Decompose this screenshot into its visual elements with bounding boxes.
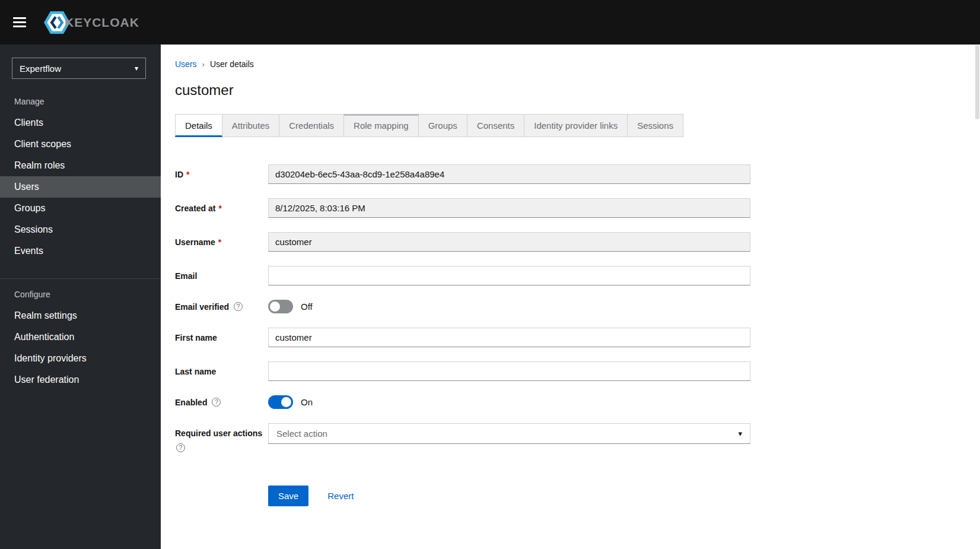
email-label: Email (175, 271, 268, 281)
required-asterisk: * (186, 170, 189, 179)
revert-button[interactable]: Revert (327, 491, 354, 501)
tab-bar: Details Attributes Credentials Role mapp… (175, 114, 966, 137)
id-control (268, 164, 750, 184)
form-row-username: Username * (175, 232, 966, 252)
email-verified-state: Off (301, 302, 313, 312)
form-row-email: Email (175, 266, 966, 285)
email-verified-label: Email verified ? (175, 302, 268, 312)
scrollbar[interactable] (975, 45, 979, 119)
nav-section-title-configure: Configure (0, 279, 161, 305)
enabled-label: Enabled ? (175, 398, 268, 407)
id-input[interactable] (268, 164, 750, 184)
form-row-last-name: Last name (175, 361, 966, 381)
first-name-label-text: First name (175, 333, 217, 342)
toggle-knob (281, 397, 291, 407)
user-details-form: ID * Created at * (175, 164, 966, 506)
first-name-input[interactable] (268, 328, 750, 347)
required-user-actions-control: Select action ▾ (268, 423, 750, 444)
help-icon[interactable]: ? (212, 398, 221, 407)
required-asterisk: * (218, 237, 221, 247)
tab-sessions[interactable]: Sessions (628, 114, 683, 137)
tab-groups[interactable]: Groups (419, 114, 467, 137)
sidebar-item-users[interactable]: Users (0, 176, 161, 198)
toggle-knob (270, 302, 280, 312)
username-control (268, 232, 750, 252)
caret-down-icon: ▾ (738, 429, 742, 438)
created-at-label: Created at * (175, 204, 268, 213)
tab-consents[interactable]: Consents (467, 114, 524, 137)
select-placeholder: Select action (276, 429, 327, 439)
sidebar: Expertflow ▾ Manage Clients Client scope… (0, 45, 161, 549)
tab-attributes[interactable]: Attributes (222, 114, 279, 137)
page-title: customer (175, 82, 966, 99)
hamburger-bar (13, 26, 26, 27)
sidebar-item-events[interactable]: Events (0, 240, 161, 262)
sidebar-item-groups[interactable]: Groups (0, 198, 161, 219)
enabled-toggle[interactable] (268, 395, 293, 409)
form-row-enabled: Enabled ? On (175, 395, 966, 409)
required-user-actions-label: Required user actions ? (175, 423, 268, 452)
nav-section-configure: Configure Realm settings Authentication … (0, 278, 161, 391)
hamburger-bar (13, 21, 26, 23)
help-icon[interactable]: ? (176, 443, 185, 452)
enabled-label-text: Enabled (175, 398, 207, 407)
sidebar-item-client-scopes[interactable]: Client scopes (0, 134, 161, 155)
email-verified-label-text: Email verified (175, 302, 229, 312)
sidebar-item-realm-settings[interactable]: Realm settings (0, 305, 161, 326)
help-icon[interactable]: ? (234, 302, 243, 311)
sidebar-item-sessions[interactable]: Sessions (0, 219, 161, 240)
last-name-label: Last name (175, 367, 268, 376)
email-verified-toggle[interactable] (268, 300, 293, 313)
form-actions: Save Revert (268, 485, 966, 506)
first-name-label: First name (175, 333, 268, 342)
email-control (268, 266, 750, 285)
realm-selector[interactable]: Expertflow ▾ (12, 58, 146, 79)
username-input[interactable] (268, 232, 750, 252)
created-at-label-text: Created at (175, 204, 215, 213)
save-button[interactable]: Save (268, 485, 308, 506)
main-content: Users › User details customer Details At… (161, 45, 980, 549)
sidebar-item-authentication[interactable]: Authentication (0, 326, 161, 348)
enabled-state: On (301, 397, 313, 407)
tab-role-mapping[interactable]: Role mapping (344, 114, 419, 137)
sidebar-item-realm-roles[interactable]: Realm roles (0, 155, 161, 176)
hamburger-menu-icon[interactable] (13, 17, 26, 27)
required-user-actions-select[interactable]: Select action ▾ (268, 423, 750, 444)
id-label: ID * (175, 170, 268, 179)
tab-identity-provider-links[interactable]: Identity provider links (524, 114, 628, 137)
breadcrumb-current: User details (210, 59, 254, 69)
id-label-text: ID (175, 170, 183, 179)
hamburger-bar (13, 17, 26, 19)
brand-text: KEYCLOAK (65, 15, 139, 30)
nav-section-title-manage: Manage (0, 86, 161, 112)
app: KEYCLOAK Expertflow ▾ Manage Clients Cli… (0, 0, 980, 549)
form-row-created-at: Created at * (175, 198, 966, 218)
email-input[interactable] (268, 266, 750, 285)
tab-credentials[interactable]: Credentials (279, 114, 344, 137)
created-at-control (268, 198, 750, 218)
required-asterisk: * (218, 204, 221, 213)
required-user-actions-label-text: Required user actions (175, 429, 262, 438)
chevron-down-icon: ▾ (135, 64, 138, 72)
first-name-control (268, 328, 750, 347)
form-row-id: ID * (175, 164, 966, 184)
sidebar-item-user-federation[interactable]: User federation (0, 369, 161, 391)
realm-name: Expertflow (20, 64, 61, 74)
breadcrumb: Users › User details (175, 59, 966, 69)
email-verified-control: Off (268, 300, 750, 313)
created-at-input[interactable] (268, 198, 750, 218)
username-label: Username * (175, 237, 268, 247)
nav-section-manage: Manage Clients Client scopes Realm roles… (0, 86, 161, 262)
last-name-control (268, 361, 750, 381)
layout: Expertflow ▾ Manage Clients Client scope… (0, 45, 980, 549)
username-label-text: Username (175, 237, 215, 247)
breadcrumb-separator-icon: › (202, 60, 205, 69)
sidebar-item-clients[interactable]: Clients (0, 112, 161, 134)
sidebar-item-identity-providers[interactable]: Identity providers (0, 348, 161, 369)
keycloak-brand[interactable]: KEYCLOAK (44, 11, 139, 34)
breadcrumb-link-users[interactable]: Users (175, 59, 197, 69)
last-name-input[interactable] (268, 361, 750, 381)
tab-details[interactable]: Details (175, 114, 222, 137)
form-row-first-name: First name (175, 328, 966, 347)
email-label-text: Email (175, 271, 197, 281)
